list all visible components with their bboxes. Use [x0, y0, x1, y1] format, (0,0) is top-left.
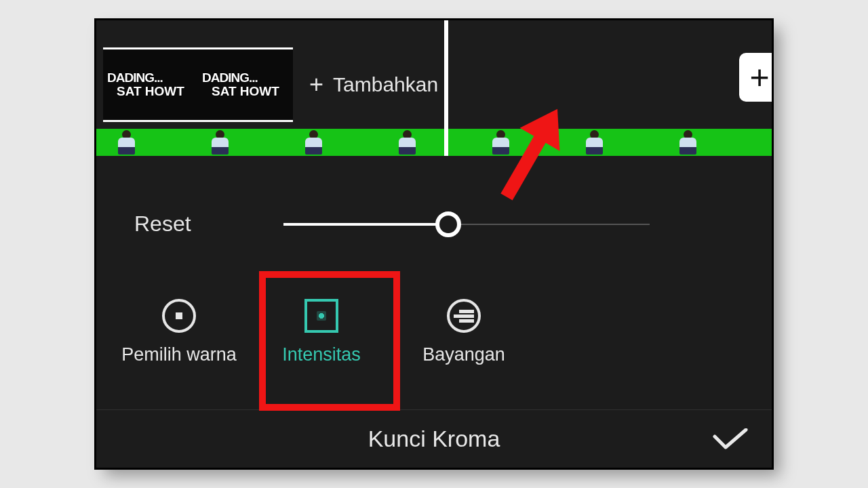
panel-footer: Kunci Kroma — [96, 409, 772, 468]
slider-knob[interactable] — [435, 211, 461, 237]
panel-title: Kunci Kroma — [368, 426, 500, 452]
playhead[interactable] — [444, 20, 448, 156]
track-figure — [488, 129, 514, 156]
reset-button[interactable]: Reset — [134, 211, 283, 237]
plus-icon: + — [309, 73, 323, 97]
slider-fill — [283, 223, 448, 226]
track-figure — [114, 129, 140, 156]
option-label: Pemilih warna — [121, 344, 237, 365]
track-figure — [208, 129, 233, 156]
thumb-text-2: SAT HOWT — [202, 84, 293, 99]
checkmark-icon — [712, 428, 749, 450]
chroma-panel: Reset Pemilih warna Intensitas Bayangan — [96, 156, 772, 468]
option-color-picker[interactable]: Pemilih warna — [118, 298, 240, 365]
option-shadow[interactable]: Bayangan — [403, 298, 525, 365]
track-figure — [395, 129, 420, 156]
plus-icon: + — [749, 58, 769, 97]
thumb-text-1: DADING... — [107, 70, 198, 85]
thumb-text-1: DADING... — [202, 70, 293, 85]
track-figure — [301, 129, 327, 156]
clip-row: DADING... SAT HOWT DADING... SAT HOWT + … — [96, 41, 772, 129]
confirm-button[interactable] — [712, 428, 749, 450]
add-clip-button[interactable]: + Tambahkan — [309, 73, 438, 97]
option-label: Bayangan — [422, 344, 505, 365]
track-figure — [582, 129, 608, 156]
option-intensity[interactable]: Intensitas — [260, 298, 382, 365]
clip-thumbnail[interactable]: DADING... SAT HOWT — [103, 47, 198, 122]
option-row: Pemilih warna Intensitas Bayangan — [96, 298, 772, 365]
add-clip-label: Tambahkan — [333, 73, 438, 96]
track-figure — [769, 129, 772, 156]
thumb-text-2: SAT HOWT — [107, 84, 198, 99]
intensity-icon — [304, 299, 338, 333]
greenscreen-track[interactable] — [96, 129, 772, 156]
clip-thumbnail[interactable]: DADING... SAT HOWT — [198, 47, 293, 122]
color-picker-icon — [162, 299, 196, 333]
slider-row: Reset — [96, 211, 772, 237]
intensity-slider[interactable] — [283, 223, 650, 226]
clip-thumbnails: DADING... SAT HOWT DADING... SAT HOWT — [103, 47, 293, 122]
editor-frame: DADING... SAT HOWT DADING... SAT HOWT + … — [96, 20, 772, 468]
option-label: Intensitas — [282, 344, 361, 365]
track-figure — [675, 129, 701, 156]
shadow-icon — [447, 299, 481, 333]
corner-add-button[interactable]: + — [739, 53, 772, 102]
